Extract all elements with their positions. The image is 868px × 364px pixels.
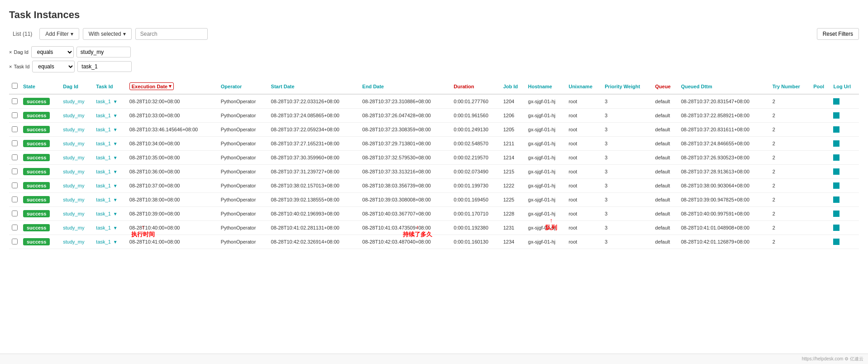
row-checkbox-2[interactable] (12, 126, 18, 132)
table-row: success study_my task_1 ▼ 08-28T10:39:00… (9, 207, 859, 221)
page-title: Task Instances (9, 9, 859, 21)
table-row: success study_my task_1 ▼ 08-28T10:40:00… (9, 221, 859, 235)
cell-queue-0: default (653, 94, 678, 109)
cell-try-number-4: 2 (770, 151, 811, 165)
log-url-icon-10[interactable] (833, 239, 839, 245)
col-duration[interactable]: Duration (451, 79, 501, 94)
col-execution-date[interactable]: Execution Date ▾ (127, 79, 218, 94)
cell-unixname-7: root (566, 193, 602, 207)
remove-dag-id-filter[interactable]: × (9, 49, 12, 55)
row-checkbox-0[interactable] (12, 98, 18, 104)
cell-try-number-7: 2 (770, 193, 811, 207)
with-selected-label: With selected (89, 31, 121, 37)
row-checkbox-4[interactable] (12, 154, 18, 160)
filter-task-id-icon-4[interactable]: ▼ (113, 155, 118, 160)
cell-task-id-5: task_1 ▼ (93, 165, 126, 179)
cell-duration-10: 0:00:01.160130 (451, 235, 501, 249)
cell-state-6: success (20, 179, 60, 193)
add-filter-button[interactable]: Add Filter ▾ (39, 28, 79, 40)
remove-task-id-filter[interactable]: × (9, 64, 12, 69)
cell-start-date-2: 08-28T10:37:22.059234+08:00 (268, 123, 360, 137)
col-operator: Operator (218, 79, 268, 94)
log-url-icon-0[interactable] (833, 98, 839, 105)
cell-try-number-9: 2 (770, 221, 811, 235)
log-url-icon-9[interactable] (833, 225, 839, 231)
filter-task-id-icon-9[interactable]: ▼ (113, 225, 118, 230)
col-queue[interactable]: Queue (653, 79, 678, 94)
cell-pool-7 (811, 193, 830, 207)
filter-task-id-icon-2[interactable]: ▼ (113, 127, 118, 132)
log-url-icon-4[interactable] (833, 154, 839, 161)
table-row: success study_my task_1 ▼ 08-28T10:32:00… (9, 94, 859, 109)
filter-task-id-icon-5[interactable]: ▼ (113, 169, 118, 174)
cell-duration-2: 0:00:01.249130 (451, 123, 501, 137)
cell-operator-4: PythonOperator (218, 151, 268, 165)
cell-start-date-3: 08-28T10:37:27.165231+08:00 (268, 137, 360, 151)
cell-state-9: success (20, 221, 60, 235)
cell-hostname-5: gx-sjgf-01-hj (525, 165, 566, 179)
cell-operator-10: PythonOperator (218, 235, 268, 249)
table-row: success study_my task_1 ▼ 08-28T10:36:00… (9, 165, 859, 179)
log-url-icon-6[interactable] (833, 182, 839, 189)
row-checkbox-8[interactable] (12, 211, 18, 216)
cell-priority-weight-3: 3 (602, 137, 652, 151)
log-url-icon-8[interactable] (833, 211, 839, 217)
task-id-value-input[interactable] (77, 61, 132, 72)
cell-task-id-9: task_1 ▼ (93, 221, 126, 235)
cell-end-date-1: 08-28T10:37:26.047428+08:00 (360, 109, 451, 123)
col-queued-dttm: Queued Dttm (678, 79, 770, 94)
cell-hostname-4: gx-sjgf-01-hj (525, 151, 566, 165)
reset-filters-button[interactable]: Reset Filters (817, 28, 859, 40)
log-url-icon-7[interactable] (833, 196, 839, 203)
col-state: State (20, 79, 60, 94)
dag-id-operator-select[interactable]: equals not equals (31, 46, 74, 58)
cell-queue-10: default (653, 235, 678, 249)
task-id-operator-select[interactable]: equals not equals (32, 61, 75, 72)
cell-duration-0: 0:00:01.277760 (451, 94, 501, 109)
log-url-icon-2[interactable] (833, 126, 839, 133)
row-checkbox-10[interactable] (12, 239, 18, 244)
cell-duration-4: 0:00:02.219570 (451, 151, 501, 165)
cell-state-10: success (20, 235, 60, 249)
log-url-icon-3[interactable] (833, 140, 839, 147)
filter-task-id-icon-6[interactable]: ▼ (113, 183, 118, 188)
row-checkbox-3[interactable] (12, 140, 18, 146)
cell-hostname-8: gx-sjgf-01-hj (525, 207, 566, 221)
cell-execution-date-10: 08-28T10:41:00+08:00 (127, 235, 218, 249)
cell-execution-date-3: 08-28T10:34:00+08:00 (127, 137, 218, 151)
row-checkbox-5[interactable] (12, 168, 18, 174)
cell-execution-date-2: 08-28T10:33:46.145646+08:00 (127, 123, 218, 137)
cell-end-date-10: 08-28T10:42:03.487040+08:00 (360, 235, 451, 249)
cell-state-4: success (20, 151, 60, 165)
filter-task-id-label: Task Id (14, 64, 29, 69)
cell-log-url-2 (830, 123, 859, 137)
filter-task-id-icon-1[interactable]: ▼ (113, 113, 118, 118)
filter-task-id-icon-7[interactable]: ▼ (113, 197, 118, 202)
log-url-icon-5[interactable] (833, 168, 839, 175)
filter-task-id-icon-0[interactable]: ▼ (113, 99, 118, 104)
row-checkbox-7[interactable] (12, 196, 18, 202)
filters-panel: × Dag Id equals not equals × Task Id equ… (9, 46, 859, 72)
cell-operator-8: PythonOperator (218, 207, 268, 221)
dag-id-value-input[interactable] (76, 47, 131, 57)
search-input[interactable] (135, 28, 208, 40)
select-all-checkbox[interactable] (12, 83, 18, 89)
cell-start-date-5: 08-28T10:37:31.239727+08:00 (268, 165, 360, 179)
cell-log-url-4 (830, 151, 859, 165)
cell-log-url-8 (830, 207, 859, 221)
with-selected-button[interactable]: With selected ▾ (83, 28, 132, 40)
cell-priority-weight-7: 3 (602, 193, 652, 207)
cell-unixname-6: root (566, 179, 602, 193)
filter-task-id-icon-10[interactable]: ▼ (113, 239, 118, 244)
log-url-icon-1[interactable] (833, 112, 839, 119)
cell-dag-id-0: study_my (60, 94, 93, 109)
cell-duration-6: 0:00:01.199730 (451, 179, 501, 193)
row-checkbox-9[interactable] (12, 225, 18, 230)
row-checkbox-1[interactable] (12, 112, 18, 118)
row-checkbox-6[interactable] (12, 182, 18, 188)
filter-task-id-icon-8[interactable]: ▼ (113, 211, 118, 216)
cell-operator-7: PythonOperator (218, 193, 268, 207)
cell-execution-date-5: 08-28T10:36:00+08:00 (127, 165, 218, 179)
cell-pool-0 (811, 94, 830, 109)
filter-task-id-icon-3[interactable]: ▼ (113, 141, 118, 146)
